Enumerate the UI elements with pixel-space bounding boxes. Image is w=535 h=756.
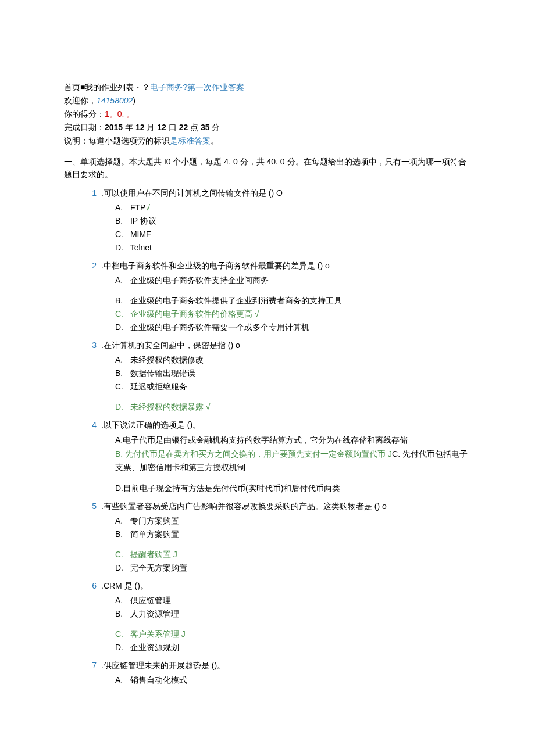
question-number: 7 [81,660,97,672]
option-letter: D. [115,562,128,574]
question: 3.在计算机的安全间题中，保密是指 () oA. 未经授权的数据修改B. 数据传… [81,339,471,413]
option-text: Telnet [128,243,152,252]
option: A. FTP√ [115,202,471,214]
score-line: 你的得分：1。0. 。 [64,108,471,120]
option-letter: B. [115,528,128,540]
option: B. 简单方案购置 [115,528,471,540]
option: B. 数据传输出现错误 [115,367,471,379]
option-letter: C. [115,549,128,561]
option-text: 未经授权的数据修改 [128,355,204,364]
option: B. 企业级的电子商务软件提供了企业到消费者商务的支持工具 [115,295,471,307]
option: A. 供应链管理 [115,594,471,607]
option-text: 企业资源规划 [128,643,179,652]
option: D. 企业级的电子商务软件需要一个或多个专用计算机 [115,321,471,334]
option: B. 人力资源管理 [115,608,471,620]
option-letter: A. [115,594,128,607]
option: A.电子代币是由银行或金融机构支持的数字结算方式，它分为在线存储和离线存储 [115,433,471,446]
option: A. 销售自动化模式 [115,674,471,686]
options: A. 未经授权的数据修改B. 数据传输出现错误C. 延迟或拒绝服务D. 未经授权… [115,354,471,413]
welcome-suffix: ) [133,96,135,105]
option-text: 人力资源管理 [128,609,179,618]
option-letter: A. [115,274,128,286]
options: A. 专门方案购置B. 简单方案购置C. 提醒者购置 JD. 完全无方案购置 [115,515,471,574]
option-text: 销售自动化模式 [128,675,187,685]
question-number: 2 [81,260,97,272]
option: D.目前电子现金持有方法是先付代币(实时代币)和后付代币两类 [115,482,471,495]
options: A.电子代币是由银行或金融机构支持的数字结算方式，它分为在线存储和离线存储B. … [115,433,471,495]
score-label: 你的得分： [64,109,105,119]
option-text: 延迟或拒绝服务 [128,382,187,391]
breadcrumb-home[interactable]: 首页 [64,83,80,92]
option-letter: C. [115,228,128,241]
date-month: 12 [135,123,145,132]
option-text: 数据传输出现错误 [128,368,195,378]
option-text: 企业级的电子商务软件提供了企业到消费者商务的支持工具 [128,296,342,305]
breadcrumb-sep: ・？ [134,83,150,92]
date-hour: 22 [179,123,188,132]
option-letter: B. [115,608,128,620]
option-text: 供应链管理 [128,596,171,605]
question-text: .供应链管理未来的开展趋势是 ()。 [101,660,471,672]
option: C. MIME [115,228,471,241]
option-text: 完全无方案购置 [128,563,187,572]
welcome-id: 14158002 [97,96,133,105]
breadcrumb-hwlist[interactable]: 我的作业列表 [85,83,134,92]
question-text: .以下说法正确的选项是 ()。 [101,419,471,431]
question: 1.可以使用户在不同的计算机之间传输文件的是 () OA. FTP√B. IP … [81,187,471,254]
question: 4.以下说法正确的选项是 ()。A.电子代币是由银行或金融机构支持的数字结算方式… [81,419,471,495]
options: A. 企业级的电子商务软件支持企业间商务B. 企业级的电子商务软件提供了企业到消… [115,274,471,334]
note-std: 是标准答案 [170,136,211,145]
date-label: 完成日期： [64,123,105,132]
question-number: 5 [81,500,97,513]
options: A. 销售自动化模式 [115,674,471,686]
option-letter: D. [115,242,128,254]
date-min: 35 [201,123,210,132]
option: B. IP 协议 [115,215,471,227]
question-number: 1 [81,187,97,199]
question-number: 6 [81,580,97,592]
date-year: 2015 [105,123,123,132]
question-number: 3 [81,339,97,352]
note-line: 说明：每道小题选项旁的标识是标准答案。 [64,135,471,147]
question-text: .有些购置者容易受店内广告影响并很容易改换要采购的产品。这类购物者是 () o [101,500,471,513]
question: 2.中档电子商务软件和企业级的电子商务软件最重要的差异是 () oA. 企业级的… [81,260,471,334]
breadcrumb-course[interactable]: 电子商务 [150,83,183,92]
option-letter: A. [115,674,128,686]
option-letter: A. [115,354,128,366]
option-letter: D. [115,321,128,334]
date-day: 12 [157,123,166,132]
option: D. 企业资源规划 [115,642,471,654]
breadcrumb-task: 第一次作业答案 [187,83,244,92]
options: A. 供应链管理B. 人力资源管理C. 客户关系管理 JD. 企业资源规划 [115,594,471,654]
option: C. 提醒者购置 J [115,549,471,561]
option-letter: B. [115,215,128,227]
option-letter: C. [115,308,128,320]
option: A. 企业级的电子商务软件支持企业间商务 [115,274,471,286]
note-prefix: 说明：每道小题选项旁的标识 [64,136,170,145]
option-text: FTP [128,203,145,212]
date-line: 完成日期：2015 年 12 月 12 口 22 点 35 分 [64,121,471,134]
option: C. 延迟或拒绝服务 [115,381,471,393]
option: D. 未经授权的数据暴露 √ [115,401,471,413]
options: A. FTP√B. IP 协议C. MIMED. Telnet [115,202,471,254]
breadcrumb: 首页■我的作业列表・？电子商务?第一次作业答案 [64,81,471,94]
question-number: 4 [81,419,97,431]
option-letter: A. [115,202,128,214]
option-text: 简单方案购置 [128,529,179,539]
option-text: 提醒者购置 J [128,550,177,559]
option: C. 企业级的电子商务软件的价格更高 √ [115,308,471,320]
question: 6.CRM 是 ()。A. 供应链管理B. 人力资源管理C. 客户关系管理 JD… [81,580,471,654]
option-text: 企业级的电子商务软件需要一个或多个专用计算机 [128,323,309,332]
option: D. 完全无方案购置 [115,562,471,574]
option: C. 客户关系管理 J [115,628,471,640]
section-intro: 一、单项选择题。本大题共 I0 个小题，每题 4. 0 分，共 40. 0 分。… [64,155,471,181]
option-letter: D. [115,401,128,413]
option: D. Telnet [115,242,471,254]
question-text: .CRM 是 ()。 [101,580,471,592]
option-text: 企业级的电子商务软件支持企业间商务 [128,275,269,285]
option-text: MIME [128,230,151,239]
option-letter: A. [115,515,128,527]
question-text: .在计算机的安全间题中，保密是指 () o [101,339,471,352]
check-icon: √ [145,203,150,212]
option: B. 先付代币是在卖方和买方之间交换的，用户要预先支付一定金额购置代币 JC. … [115,447,471,474]
